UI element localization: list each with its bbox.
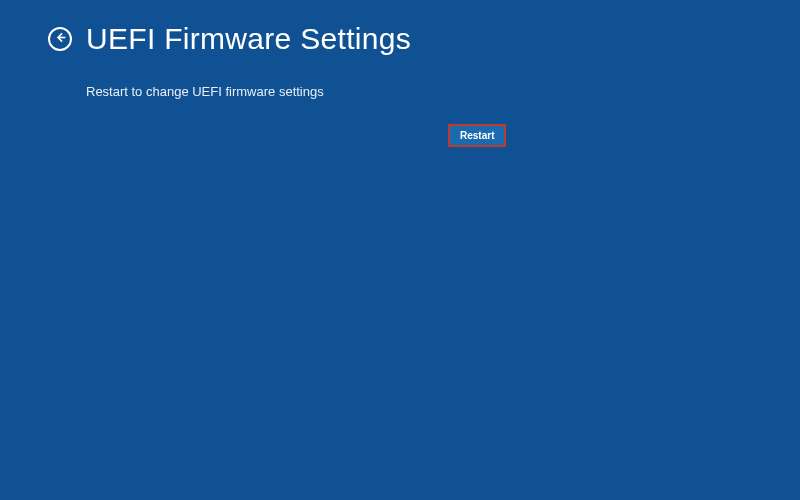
header: UEFI Firmware Settings <box>0 0 800 56</box>
back-arrow-icon <box>54 30 67 48</box>
restart-button[interactable]: Restart <box>448 124 506 147</box>
description-text: Restart to change UEFI firmware settings <box>0 84 800 99</box>
page-title: UEFI Firmware Settings <box>86 22 411 56</box>
back-button[interactable] <box>48 27 72 51</box>
